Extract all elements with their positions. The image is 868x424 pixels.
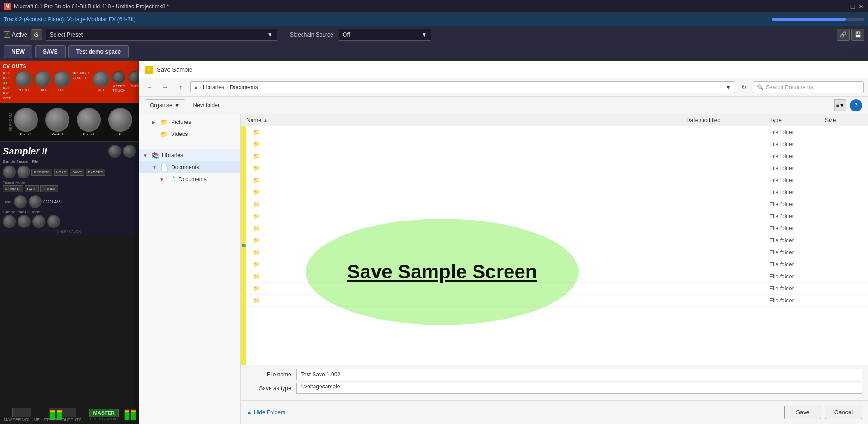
table-row[interactable]: 📁 — — — — — — File folder: [241, 295, 868, 307]
maximize-button[interactable]: □: [850, 3, 856, 10]
load-button[interactable]: LOAD: [54, 169, 69, 176]
table-row[interactable]: 📁 — — — — — File folder: [241, 283, 868, 295]
active-control[interactable]: ✓ Active: [4, 31, 27, 38]
octave-knob[interactable]: [14, 195, 27, 208]
close-button[interactable]: ✕: [858, 3, 864, 10]
settings-button[interactable]: ⚙: [31, 29, 42, 40]
sampler-knob2[interactable]: [123, 145, 136, 158]
refresh-button[interactable]: ↻: [738, 81, 750, 93]
knob1[interactable]: [14, 108, 38, 132]
gate-knob[interactable]: [34, 71, 51, 87]
master-volume-knob[interactable]: [12, 408, 31, 417]
nav-item-videos[interactable]: 📁 Videos: [139, 128, 240, 140]
action-bar: NEW SAVE Test demo space: [0, 43, 868, 61]
sus-knob[interactable]: [129, 71, 139, 84]
taskbar-meters: [124, 409, 136, 420]
octave-label: OCTAVE: [43, 199, 64, 204]
file-row-name-9: 📁 — — — — —: [247, 225, 683, 232]
column-size[interactable]: Size: [821, 117, 868, 123]
dialog-action-bar: Organise ▼ New folder ≡ ▼ ?: [139, 97, 868, 114]
dialog-form: File name: Save as type: *.voltagesample: [241, 365, 868, 400]
help-button[interactable]: ?: [850, 99, 862, 111]
nav-item-pictures[interactable]: ▶ 📁 Pictures: [139, 116, 240, 128]
single-radio[interactable]: SINGLE: [73, 71, 90, 75]
table-row[interactable]: 📁 — — — — — — — File folder: [241, 270, 868, 283]
table-row[interactable]: 📁 — — — — — File folder: [241, 258, 868, 270]
table-row[interactable]: 📁 — — — — — — — File folder: [241, 210, 868, 222]
knob4[interactable]: [108, 108, 132, 132]
rec-thresh-knob[interactable]: [17, 166, 30, 178]
trig-knob[interactable]: [54, 71, 70, 87]
multi-radio[interactable]: MULTI: [73, 76, 90, 80]
table-row[interactable]: 📁 — — — — — File folder: [241, 222, 868, 234]
back-button[interactable]: ←: [143, 81, 156, 93]
table-row[interactable]: 📁 — — — — — — File folder: [241, 246, 868, 258]
cv-indicator-plus2: ● +2: [3, 71, 10, 75]
record-button[interactable]: RECORD: [31, 169, 52, 176]
knob3[interactable]: [77, 108, 101, 132]
bits-cv-knob[interactable]: [32, 215, 45, 228]
nav-item-documents[interactable]: ▼ 📄 Documents: [139, 161, 240, 173]
table-row[interactable]: 📁 — — — — File folder: [241, 162, 868, 174]
save-sample-button[interactable]: SAVE: [70, 169, 84, 176]
table-row[interactable]: 📁 — — — — — File folder: [241, 138, 868, 150]
knob4-group: K: [108, 108, 132, 136]
normal-mode-button[interactable]: NORMAL: [3, 185, 23, 192]
new-folder-button[interactable]: New folder: [189, 99, 224, 111]
fine-knob[interactable]: [29, 195, 42, 208]
link-button[interactable]: 🔗: [837, 29, 850, 41]
search-box[interactable]: 🔍 Search Documents: [753, 81, 864, 93]
knob2-label: Knob 2: [51, 132, 63, 136]
table-row[interactable]: 📁 — — — — — — — File folder: [241, 150, 868, 162]
export-button[interactable]: EXPORT: [86, 169, 105, 176]
nav-libraries-label: Libraries: [162, 152, 183, 159]
table-row[interactable]: 📁 — — — — — — File folder: [241, 174, 868, 186]
save-project-button[interactable]: 💾: [851, 29, 864, 41]
table-row[interactable]: 📁 — — — — — — File folder: [241, 126, 868, 138]
up-button[interactable]: ↑: [174, 81, 187, 93]
table-row[interactable]: 📁 — — — — — — — File folder: [241, 186, 868, 198]
organize-button[interactable]: Organise ▼: [145, 99, 185, 111]
vel-knob[interactable]: [93, 71, 110, 87]
save-button[interactable]: SAVE: [35, 45, 66, 58]
documents-sub-icon: 📄: [168, 176, 176, 183]
bit-depth-knob[interactable]: [47, 215, 60, 228]
hide-folders-button[interactable]: ▲ Hide Folders: [246, 409, 285, 416]
nav-item-documents-sub[interactable]: ▼ 📄 Documents: [139, 173, 240, 185]
column-type[interactable]: Type: [766, 117, 821, 123]
active-checkbox[interactable]: ✓: [4, 31, 10, 38]
dialog-save-button[interactable]: Save: [784, 406, 821, 419]
gate-mode-button[interactable]: GATE: [25, 185, 39, 192]
sidechain-dropdown[interactable]: Off ▼: [339, 29, 431, 41]
preset-dropdown[interactable]: Select Preset ▼: [46, 29, 277, 41]
forward-button[interactable]: →: [159, 81, 172, 93]
file-name-input[interactable]: [296, 369, 862, 380]
column-date-modified[interactable]: Date modified: [683, 117, 766, 123]
column-name[interactable]: Name ▲: [241, 117, 683, 123]
aftertouch-knob[interactable]: [112, 71, 125, 84]
drone-mode-button[interactable]: DRONE: [40, 185, 58, 192]
pitch-label: PITCH: [18, 88, 29, 92]
breadcrumb[interactable]: ≡ › Libraries › Documents ▼: [190, 81, 735, 93]
nav-item-libraries[interactable]: ▼ 📚 Libraries: [139, 149, 240, 161]
pitch-knob[interactable]: [15, 71, 31, 87]
dialog-toolbar: ← → ↑ ≡ › Libraries › Documents ▼ ↻ 🔍 Se…: [139, 78, 868, 97]
dialog-cancel-button[interactable]: Cancel: [825, 406, 862, 419]
rate-cv-knob[interactable]: [3, 215, 16, 228]
rec-level-knob[interactable]: [3, 166, 16, 178]
knob2-group: Knob 2: [45, 108, 69, 136]
minimize-button[interactable]: –: [841, 3, 848, 10]
knob1-group: Knob 1: [14, 108, 38, 136]
demo-button[interactable]: Test demo space: [68, 45, 129, 58]
file-list: 📁 — — — — — — File folder 📁 — — — — —: [241, 126, 868, 365]
knob2[interactable]: [45, 108, 69, 132]
sampler-knob1[interactable]: [108, 145, 121, 158]
table-row[interactable]: 📁 — — — — — File folder: [241, 198, 868, 210]
new-button[interactable]: NEW: [4, 45, 32, 58]
taskbar-level-l: [124, 409, 130, 420]
knobs-row: Knob 1 Knob 2 Knob 3 K: [3, 106, 136, 138]
table-row[interactable]: 📁 — — — — — — File folder: [241, 234, 868, 246]
rate-knob[interactable]: [18, 215, 31, 228]
save-as-type-dropdown[interactable]: *.voltagesample: [296, 383, 862, 394]
view-toggle-button[interactable]: ≡ ▼: [834, 99, 846, 111]
